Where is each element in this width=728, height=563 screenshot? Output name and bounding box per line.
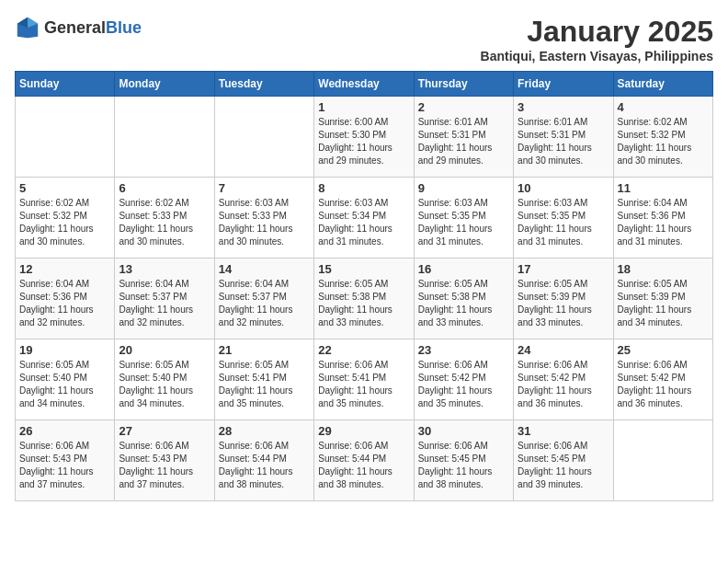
day-info: Sunrise: 6:02 AM Sunset: 5:33 PM Dayligh… xyxy=(119,197,210,248)
weekday-header: Thursday xyxy=(414,72,513,97)
day-info: Sunrise: 6:05 AM Sunset: 5:40 PM Dayligh… xyxy=(119,359,210,410)
calendar-cell: 11Sunrise: 6:04 AM Sunset: 5:36 PM Dayli… xyxy=(613,178,712,259)
logo-blue: Blue xyxy=(106,18,142,37)
calendar-cell xyxy=(214,97,313,178)
calendar-cell: 25Sunrise: 6:06 AM Sunset: 5:42 PM Dayli… xyxy=(613,339,712,420)
day-number: 15 xyxy=(318,262,409,276)
day-number: 29 xyxy=(318,424,409,438)
day-number: 2 xyxy=(418,100,509,114)
day-info: Sunrise: 6:05 AM Sunset: 5:40 PM Dayligh… xyxy=(19,359,110,410)
calendar-title: January 2025 xyxy=(481,15,713,49)
calendar-cell: 9Sunrise: 6:03 AM Sunset: 5:35 PM Daylig… xyxy=(414,178,513,259)
day-number: 27 xyxy=(119,424,210,438)
day-info: Sunrise: 6:05 AM Sunset: 5:41 PM Dayligh… xyxy=(219,359,310,410)
day-info: Sunrise: 6:03 AM Sunset: 5:33 PM Dayligh… xyxy=(219,197,310,248)
calendar-subtitle: Bantiqui, Eastern Visayas, Philippines xyxy=(481,49,713,63)
day-number: 4 xyxy=(618,100,709,114)
calendar-cell: 28Sunrise: 6:06 AM Sunset: 5:44 PM Dayli… xyxy=(214,420,313,501)
day-info: Sunrise: 6:01 AM Sunset: 5:31 PM Dayligh… xyxy=(418,116,509,167)
calendar-week-row: 26Sunrise: 6:06 AM Sunset: 5:43 PM Dayli… xyxy=(16,420,713,501)
calendar-cell: 27Sunrise: 6:06 AM Sunset: 5:43 PM Dayli… xyxy=(115,420,214,501)
weekday-header: Sunday xyxy=(16,72,115,97)
day-number: 16 xyxy=(418,262,509,276)
day-info: Sunrise: 6:06 AM Sunset: 5:42 PM Dayligh… xyxy=(418,359,509,410)
day-info: Sunrise: 6:06 AM Sunset: 5:42 PM Dayligh… xyxy=(518,359,609,410)
day-info: Sunrise: 6:04 AM Sunset: 5:36 PM Dayligh… xyxy=(19,278,110,329)
day-info: Sunrise: 6:06 AM Sunset: 5:41 PM Dayligh… xyxy=(318,359,409,410)
calendar-week-row: 12Sunrise: 6:04 AM Sunset: 5:36 PM Dayli… xyxy=(16,259,713,339)
weekday-header-row: SundayMondayTuesdayWednesdayThursdayFrid… xyxy=(16,72,713,97)
weekday-header: Wednesday xyxy=(314,72,414,97)
calendar-cell: 29Sunrise: 6:06 AM Sunset: 5:44 PM Dayli… xyxy=(314,420,414,501)
day-number: 1 xyxy=(318,100,409,114)
calendar-cell: 31Sunrise: 6:06 AM Sunset: 5:45 PM Dayli… xyxy=(514,420,613,501)
weekday-header: Friday xyxy=(514,72,613,97)
logo: GeneralBlue xyxy=(15,15,142,40)
calendar-cell: 18Sunrise: 6:05 AM Sunset: 5:39 PM Dayli… xyxy=(613,259,712,339)
day-info: Sunrise: 6:02 AM Sunset: 5:32 PM Dayligh… xyxy=(618,116,709,167)
calendar-cell: 7Sunrise: 6:03 AM Sunset: 5:33 PM Daylig… xyxy=(214,178,313,259)
day-info: Sunrise: 6:01 AM Sunset: 5:31 PM Dayligh… xyxy=(518,116,609,167)
calendar-cell xyxy=(613,420,712,501)
day-number: 3 xyxy=(518,100,609,114)
day-info: Sunrise: 6:06 AM Sunset: 5:45 PM Dayligh… xyxy=(418,440,509,491)
day-number: 22 xyxy=(318,343,409,357)
day-number: 10 xyxy=(518,181,609,195)
day-number: 31 xyxy=(518,424,609,438)
weekday-header: Monday xyxy=(115,72,214,97)
day-info: Sunrise: 6:03 AM Sunset: 5:35 PM Dayligh… xyxy=(518,197,609,248)
calendar-cell: 15Sunrise: 6:05 AM Sunset: 5:38 PM Dayli… xyxy=(314,259,414,339)
calendar-cell: 5Sunrise: 6:02 AM Sunset: 5:32 PM Daylig… xyxy=(16,178,115,259)
day-number: 24 xyxy=(518,343,609,357)
day-number: 20 xyxy=(119,343,210,357)
calendar-week-row: 1Sunrise: 6:00 AM Sunset: 5:30 PM Daylig… xyxy=(16,97,713,178)
day-info: Sunrise: 6:04 AM Sunset: 5:36 PM Dayligh… xyxy=(618,197,709,248)
day-number: 25 xyxy=(618,343,709,357)
calendar-cell: 1Sunrise: 6:00 AM Sunset: 5:30 PM Daylig… xyxy=(314,97,414,178)
calendar-week-row: 5Sunrise: 6:02 AM Sunset: 5:32 PM Daylig… xyxy=(16,178,713,259)
day-number: 8 xyxy=(318,181,409,195)
calendar-cell: 3Sunrise: 6:01 AM Sunset: 5:31 PM Daylig… xyxy=(514,97,613,178)
day-info: Sunrise: 6:05 AM Sunset: 5:38 PM Dayligh… xyxy=(318,278,409,329)
title-block: January 2025 Bantiqui, Eastern Visayas, … xyxy=(481,15,713,63)
day-number: 21 xyxy=(219,343,310,357)
calendar-cell: 22Sunrise: 6:06 AM Sunset: 5:41 PM Dayli… xyxy=(314,339,414,420)
day-number: 26 xyxy=(19,424,110,438)
calendar-cell: 10Sunrise: 6:03 AM Sunset: 5:35 PM Dayli… xyxy=(514,178,613,259)
day-info: Sunrise: 6:03 AM Sunset: 5:35 PM Dayligh… xyxy=(418,197,509,248)
calendar-cell: 24Sunrise: 6:06 AM Sunset: 5:42 PM Dayli… xyxy=(514,339,613,420)
day-info: Sunrise: 6:06 AM Sunset: 5:44 PM Dayligh… xyxy=(318,440,409,491)
day-info: Sunrise: 6:04 AM Sunset: 5:37 PM Dayligh… xyxy=(119,278,210,329)
calendar-cell: 14Sunrise: 6:04 AM Sunset: 5:37 PM Dayli… xyxy=(214,259,313,339)
calendar-cell xyxy=(115,97,214,178)
calendar-cell xyxy=(16,97,115,178)
day-number: 19 xyxy=(19,343,110,357)
logo-icon xyxy=(15,15,40,40)
calendar-cell: 12Sunrise: 6:04 AM Sunset: 5:36 PM Dayli… xyxy=(16,259,115,339)
calendar-cell: 8Sunrise: 6:03 AM Sunset: 5:34 PM Daylig… xyxy=(314,178,414,259)
calendar-cell: 20Sunrise: 6:05 AM Sunset: 5:40 PM Dayli… xyxy=(115,339,214,420)
calendar-cell: 2Sunrise: 6:01 AM Sunset: 5:31 PM Daylig… xyxy=(414,97,513,178)
calendar-cell: 4Sunrise: 6:02 AM Sunset: 5:32 PM Daylig… xyxy=(613,97,712,178)
calendar-cell: 17Sunrise: 6:05 AM Sunset: 5:39 PM Dayli… xyxy=(514,259,613,339)
day-number: 18 xyxy=(618,262,709,276)
day-number: 9 xyxy=(418,181,509,195)
day-info: Sunrise: 6:05 AM Sunset: 5:39 PM Dayligh… xyxy=(518,278,609,329)
day-info: Sunrise: 6:06 AM Sunset: 5:42 PM Dayligh… xyxy=(618,359,709,410)
day-info: Sunrise: 6:06 AM Sunset: 5:43 PM Dayligh… xyxy=(19,440,110,491)
day-number: 5 xyxy=(19,181,110,195)
day-number: 7 xyxy=(219,181,310,195)
day-number: 17 xyxy=(518,262,609,276)
calendar-cell: 16Sunrise: 6:05 AM Sunset: 5:38 PM Dayli… xyxy=(414,259,513,339)
day-info: Sunrise: 6:02 AM Sunset: 5:32 PM Dayligh… xyxy=(19,197,110,248)
weekday-header: Tuesday xyxy=(214,72,313,97)
day-number: 28 xyxy=(219,424,310,438)
day-info: Sunrise: 6:06 AM Sunset: 5:43 PM Dayligh… xyxy=(119,440,210,491)
calendar-week-row: 19Sunrise: 6:05 AM Sunset: 5:40 PM Dayli… xyxy=(16,339,713,420)
calendar-cell: 30Sunrise: 6:06 AM Sunset: 5:45 PM Dayli… xyxy=(414,420,513,501)
day-info: Sunrise: 6:04 AM Sunset: 5:37 PM Dayligh… xyxy=(219,278,310,329)
weekday-header: Saturday xyxy=(613,72,712,97)
day-info: Sunrise: 6:00 AM Sunset: 5:30 PM Dayligh… xyxy=(318,116,409,167)
page-header: GeneralBlue January 2025 Bantiqui, Easte… xyxy=(15,15,713,63)
day-number: 30 xyxy=(418,424,509,438)
